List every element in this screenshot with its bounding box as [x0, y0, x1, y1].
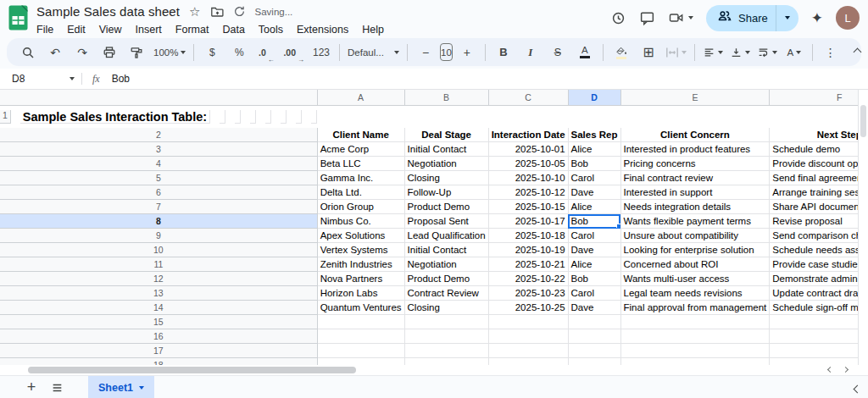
scroll-right-icon[interactable] [843, 367, 849, 373]
cell-C15[interactable] [488, 315, 568, 329]
gemini-sparkle-icon[interactable]: ✦ [811, 9, 823, 27]
cell-E13[interactable]: Legal team needs revisions [620, 286, 770, 301]
cell-C14[interactable]: 2025-10-25 [488, 301, 568, 315]
cell-D6[interactable]: Dave [568, 185, 620, 200]
row-header-11[interactable]: 11 [0, 257, 317, 272]
cell-D15[interactable] [568, 315, 620, 329]
text-color-button[interactable]: A [572, 41, 598, 64]
cell-C11[interactable]: 2025-10-21 [488, 257, 568, 272]
comments-icon[interactable] [639, 10, 655, 26]
cell-E17[interactable] [620, 344, 770, 358]
row-header-6[interactable]: 6 [0, 185, 317, 200]
increase-decimal-button[interactable]: .00 → [281, 41, 307, 64]
cell-F12[interactable]: Demonstrate admin dashboard [770, 272, 858, 286]
cell-F16[interactable] [770, 329, 858, 344]
redo-button[interactable]: ↷ [70, 41, 95, 64]
column-header-C[interactable]: C [488, 90, 568, 105]
menu-file[interactable]: File [36, 23, 60, 36]
cell-A8[interactable]: Nimbus Co. [317, 214, 404, 229]
more-number-formats-button[interactable]: 123 [309, 41, 334, 64]
row-header-13[interactable]: 13 [0, 286, 317, 301]
cell-C9[interactable]: 2025-10-18 [488, 229, 568, 243]
video-call-icon[interactable] [668, 10, 693, 25]
cell-C1[interactable] [235, 110, 241, 124]
formula-input[interactable]: Bob [112, 73, 130, 85]
cell-C3[interactable]: 2025-10-01 [488, 142, 568, 157]
font-family-control[interactable]: Defaul... [345, 41, 402, 64]
cell-F11[interactable]: Provide case studies [770, 257, 858, 272]
column-header-E[interactable]: E [620, 90, 770, 105]
cell-A15[interactable] [317, 315, 404, 329]
cell-A3[interactable]: Acme Corp [317, 142, 404, 157]
cell-C7[interactable]: 2025-10-15 [488, 200, 568, 214]
vertical-scrollbar-thumb[interactable] [860, 105, 866, 137]
cell-B13[interactable]: Contract Review [404, 286, 488, 301]
cell-F7[interactable]: Share API documentation [770, 200, 858, 214]
select-all-corner[interactable] [0, 90, 317, 105]
cell-D17[interactable] [568, 344, 620, 358]
row-header-7[interactable]: 7 [0, 200, 317, 214]
cell-C4[interactable]: 2025-10-05 [488, 157, 568, 171]
cell-E8[interactable]: Wants flexible payment terms [620, 214, 770, 229]
horizontal-scrollbar[interactable] [0, 365, 858, 375]
cell-F14[interactable]: Schedule sign-off meeting [770, 301, 858, 315]
cell-D5[interactable]: Carol [568, 171, 620, 185]
cell-B6[interactable]: Follow-Up [404, 185, 488, 200]
horizontal-scrollbar-thumb[interactable] [28, 367, 356, 373]
cell-F13[interactable]: Update contract draft [770, 286, 858, 301]
cell-A17[interactable] [317, 344, 404, 358]
column-header-F[interactable]: F [770, 90, 858, 105]
column-header-D[interactable]: D [568, 90, 620, 105]
fill-color-button[interactable] [609, 41, 634, 64]
vertical-scrollbar[interactable] [858, 90, 868, 375]
menu-data[interactable]: Data [215, 23, 251, 36]
document-title[interactable]: Sample Sales data sheet [36, 4, 180, 19]
column-header-A[interactable]: A [317, 90, 404, 105]
cell-C8[interactable]: 2025-10-17 [488, 214, 568, 229]
cell-F2[interactable]: Next Step [770, 128, 858, 142]
account-avatar[interactable]: L [836, 6, 860, 30]
cell-F15[interactable] [770, 315, 858, 329]
cell-F10[interactable]: Schedule needs assessment [770, 243, 858, 257]
row-header-3[interactable]: 3 [0, 142, 317, 157]
cell-F5[interactable]: Send final agreement [770, 171, 858, 185]
move-folder-icon[interactable] [210, 5, 224, 19]
cell-B12[interactable]: Product Demo [404, 272, 488, 286]
cell-D3[interactable]: Alice [568, 142, 620, 157]
text-wrapping-button[interactable] [754, 41, 780, 64]
cell-B3[interactable]: Initial Contact [404, 142, 488, 157]
text-rotation-button[interactable]: A [782, 41, 807, 64]
cell-A6[interactable]: Delta Ltd. [317, 185, 404, 200]
cell-D12[interactable]: Bob [568, 272, 620, 286]
menu-help[interactable]: Help [355, 23, 391, 36]
strikethrough-button[interactable]: S [545, 41, 570, 64]
cell-D1[interactable] [250, 110, 256, 124]
more-toolbar-options-button[interactable]: ⋮ [818, 41, 843, 64]
cell-E10[interactable]: Looking for enterprise solution [620, 243, 770, 257]
cell-C2[interactable]: Interaction Date [488, 128, 568, 142]
cell-H1[interactable] [311, 110, 317, 124]
cell-F17[interactable] [770, 344, 858, 358]
menu-format[interactable]: Format [169, 23, 216, 36]
undo-button[interactable]: ↶ [42, 41, 68, 64]
cell-C6[interactable]: 2025-10-12 [488, 185, 568, 200]
cell-E5[interactable]: Final contract review [620, 171, 770, 185]
cell-D13[interactable]: Carol [568, 286, 620, 301]
row-header-10[interactable]: 10 [0, 243, 317, 257]
menu-insert[interactable]: Insert [129, 23, 169, 36]
cell-A2[interactable]: Client Name [317, 128, 404, 142]
cell-F3[interactable]: Schedule demo [770, 142, 858, 157]
cell-E3[interactable]: Interested in product features [620, 142, 770, 157]
search-menus-button[interactable] [15, 41, 41, 64]
cell-E14[interactable]: Final approval from management [620, 301, 770, 315]
cell-C17[interactable] [488, 344, 568, 358]
cell-A12[interactable]: Nova Partners [317, 272, 404, 286]
paint-format-button[interactable] [124, 41, 149, 64]
sheet-tab-menu-icon[interactable] [139, 386, 144, 390]
cell-B14[interactable]: Closing [404, 301, 488, 315]
cell-E16[interactable] [620, 329, 770, 344]
cell-B5[interactable]: Closing [404, 171, 488, 185]
menu-view[interactable]: View [92, 23, 129, 36]
cell-C13[interactable]: 2025-10-23 [488, 286, 568, 301]
cell-E9[interactable]: Unsure about compatibility [620, 229, 770, 243]
